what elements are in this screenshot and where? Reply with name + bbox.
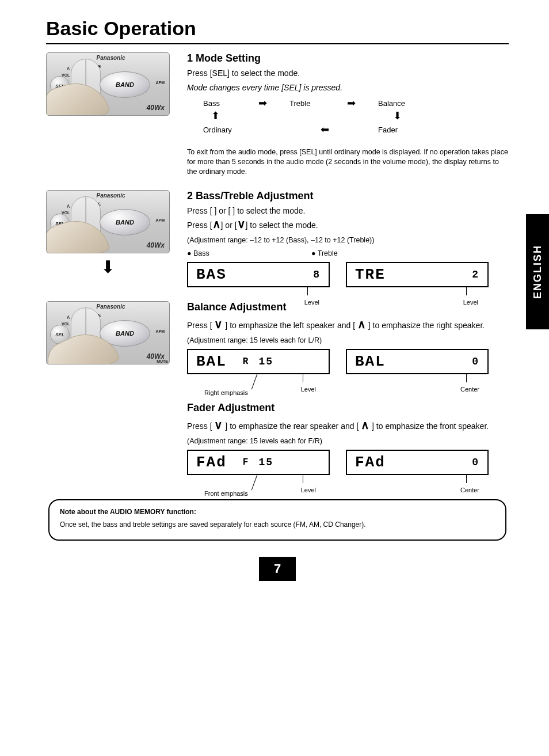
page-number: 7 bbox=[259, 557, 296, 581]
lcd-bal-left: BAL R 15 bbox=[187, 349, 330, 374]
txt: Press [ bbox=[187, 421, 214, 431]
cycle-bass: Bass bbox=[203, 99, 220, 108]
cycle-ordinary: Ordinary bbox=[203, 126, 232, 134]
lcd-bass-label: BAS bbox=[196, 266, 227, 283]
lcd-fad-center: FAd 0 bbox=[346, 450, 489, 475]
fad-center-sub: Center bbox=[460, 487, 479, 493]
caret-up-icon: ∧ bbox=[361, 419, 369, 431]
apm-label: APM bbox=[155, 218, 165, 222]
step2-line1-custom: Press [∧] or [∨] to select the mode. bbox=[187, 216, 509, 232]
step2-heading: Bass/Treble Adjustment bbox=[196, 190, 313, 202]
step1-line2: Mode changes every time [SEL] is pressed… bbox=[187, 82, 509, 93]
arrow-down-icon: ⬇ bbox=[46, 257, 170, 277]
page-footer: 7 bbox=[46, 557, 509, 581]
treble-label: Treble bbox=[318, 249, 338, 257]
step2-num: 2 bbox=[187, 190, 193, 202]
lcd-bal-label: BAL bbox=[355, 353, 386, 370]
caret-up-icon: ∧ bbox=[212, 218, 221, 230]
row-step3: Panasonic VOL TUNE APM ∧ ∨ BAND SEL 40Wx… bbox=[46, 301, 509, 487]
balance-heading: Balance Adjustment bbox=[187, 301, 509, 313]
brand-label: Panasonic bbox=[96, 192, 125, 199]
fad-subB: Level bbox=[301, 487, 316, 493]
step1-line3: To exit from the audio mode, press [SEL]… bbox=[187, 147, 509, 177]
caret-up-icon: ∧ bbox=[357, 318, 366, 330]
step1-heading: Mode Setting bbox=[196, 52, 261, 64]
fad-subA: Front emphasis bbox=[204, 490, 248, 497]
lcd-row-balance: BAL R 15 BAL 0 bbox=[187, 349, 509, 374]
radio-faceplate-figure: Panasonic VOL TUNE APM ∧ ∨ BAND SEL 40Wx bbox=[46, 190, 170, 253]
note-box: Note about the AUDIO MEMORY function: On… bbox=[48, 499, 506, 541]
lcd-bal-mid: R bbox=[243, 356, 254, 367]
note-body: Once set, the bass and treble settings a… bbox=[60, 520, 495, 529]
lcd-fad-value: 0 bbox=[472, 457, 479, 468]
step1-line1: Press [SEL] to select the mode. bbox=[187, 68, 509, 79]
lcd-fad-label: FAd bbox=[355, 454, 386, 471]
lcd-bal-label: BAL bbox=[196, 353, 227, 370]
txt: Press [ bbox=[187, 321, 214, 330]
lcd-treble-label: TRE bbox=[355, 266, 386, 283]
lcd-bass-sub: Level bbox=[304, 299, 319, 306]
balance-range: (Adjustment range: 15 levels each for L/… bbox=[187, 336, 509, 345]
lcd-fad-label: FAd bbox=[196, 454, 227, 471]
bass-label: Bass bbox=[193, 249, 209, 257]
page-title: Basic Operation bbox=[46, 17, 509, 40]
radio-faceplate-figure: Panasonic VOL TUNE APM ∧ ∨ BAND SEL 40Wx bbox=[46, 52, 170, 116]
fader-range: (Adjustment range: 15 levels each for F/… bbox=[187, 436, 509, 446]
fader-line1: Press [ ∨ ] to emphasize the rear speake… bbox=[187, 417, 509, 433]
lcd-bass: BAS 8 bbox=[187, 262, 330, 287]
balance-line1: Press [ ∨ ] to emphasize the left speake… bbox=[187, 317, 509, 332]
lcd-row-fader: FAd F 15 FAd 0 bbox=[187, 450, 509, 475]
step2-line1: Press [ ] or [ ] to select the mode. bbox=[187, 206, 509, 216]
lcd-bass-value: 8 bbox=[313, 269, 321, 280]
txt: ] to emphasize the right speaker. bbox=[366, 321, 485, 330]
chevron-up-icon: ∧ bbox=[66, 203, 70, 209]
step2-range: (Adjustment range: –12 to +12 (Bass), –1… bbox=[187, 235, 509, 245]
arrow-down-icon bbox=[393, 111, 402, 121]
step1-num: 1 bbox=[187, 52, 193, 64]
power-label: 40Wx bbox=[147, 241, 165, 249]
page-body: Basic Operation Panasonic VOL TUNE APM ∧… bbox=[0, 0, 549, 592]
lcd-fad-value: 15 bbox=[258, 457, 273, 468]
arrow-right-icon bbox=[258, 98, 267, 108]
radio-faceplate-figure: Panasonic VOL TUNE APM ∧ ∨ BAND SEL 40Wx… bbox=[46, 301, 170, 364]
note-heading: Note about the AUDIO MEMORY function: bbox=[60, 508, 196, 516]
caret-down-icon: ∨ bbox=[214, 419, 223, 431]
lcd-fad-left: FAd F 15 bbox=[187, 450, 330, 475]
step2-row-labels: ● Bass ● Treble bbox=[187, 249, 509, 259]
bal-subB: Level bbox=[301, 386, 316, 393]
lcd-fad-mid: F bbox=[243, 457, 254, 468]
arrow-left-icon bbox=[321, 124, 329, 135]
lcd-bal-value: 15 bbox=[258, 356, 273, 367]
power-label: 40Wx bbox=[147, 104, 165, 112]
lcd-treble-value: 2 bbox=[472, 269, 479, 280]
bal-center-sub: Center bbox=[460, 386, 479, 393]
mode-cycle-diagram: Bass Treble Balance Fader Ordinary bbox=[187, 98, 509, 144]
apm-label: APM bbox=[155, 81, 165, 85]
cycle-fader: Fader bbox=[378, 126, 398, 134]
band-button: BAND bbox=[100, 71, 150, 98]
lcd-treble-sub: Level bbox=[463, 299, 478, 306]
lcd-bal-value: 0 bbox=[472, 356, 479, 367]
cycle-balance: Balance bbox=[378, 99, 405, 108]
txt: ] to emphasize the front speaker. bbox=[369, 421, 489, 431]
cycle-treble: Treble bbox=[289, 99, 310, 108]
side-tab: ENGLISH bbox=[526, 214, 549, 329]
row-step2: Panasonic VOL TUNE APM ∧ ∨ BAND SEL 40Wx… bbox=[46, 190, 509, 299]
apm-label: APM bbox=[155, 329, 165, 333]
step2-line1a: Press [ ] or [ ] to select the mode. bbox=[187, 206, 305, 215]
side-tab-label: ENGLISH bbox=[532, 245, 544, 299]
brand-label: Panasonic bbox=[96, 303, 125, 310]
caret-down-icon: ∨ bbox=[214, 318, 223, 330]
arrow-up-icon bbox=[211, 111, 220, 121]
lcd-treble: TRE 2 bbox=[346, 262, 489, 287]
bal-subA: Right emphasis bbox=[204, 389, 248, 396]
lcd-bal-center: BAL 0 bbox=[346, 349, 489, 374]
band-button: BAND bbox=[100, 209, 150, 235]
arrow-right-icon bbox=[347, 98, 356, 108]
fader-heading: Fader Adjustment bbox=[187, 402, 509, 414]
chevron-up-icon: ∧ bbox=[66, 65, 70, 71]
caret-down-icon: ∨ bbox=[237, 218, 246, 230]
row-step1: Panasonic VOL TUNE APM ∧ ∨ BAND SEL 40Wx… bbox=[46, 52, 509, 180]
title-rule bbox=[46, 43, 509, 44]
lcd-row-basstreble: BAS 8 TRE 2 bbox=[187, 262, 509, 287]
